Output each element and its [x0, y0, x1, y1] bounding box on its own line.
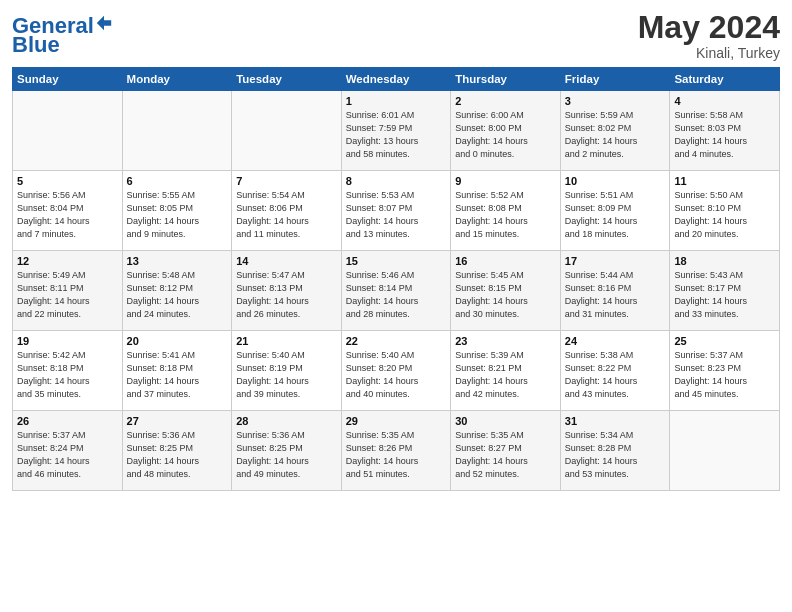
cell-content: Sunrise: 5:42 AMSunset: 8:18 PMDaylight:… — [17, 349, 118, 401]
calendar-cell: 25Sunrise: 5:37 AMSunset: 8:23 PMDayligh… — [670, 331, 780, 411]
calendar-table: SundayMondayTuesdayWednesdayThursdayFrid… — [12, 67, 780, 491]
calendar-cell — [232, 91, 342, 171]
calendar-cell: 16Sunrise: 5:45 AMSunset: 8:15 PMDayligh… — [451, 251, 561, 331]
day-number: 4 — [674, 95, 775, 107]
calendar-cell: 29Sunrise: 5:35 AMSunset: 8:26 PMDayligh… — [341, 411, 451, 491]
day-header-sunday: Sunday — [13, 68, 123, 91]
calendar-cell: 24Sunrise: 5:38 AMSunset: 8:22 PMDayligh… — [560, 331, 670, 411]
cell-content: Sunrise: 5:35 AMSunset: 8:26 PMDaylight:… — [346, 429, 447, 481]
calendar-cell: 19Sunrise: 5:42 AMSunset: 8:18 PMDayligh… — [13, 331, 123, 411]
day-header-thursday: Thursday — [451, 68, 561, 91]
day-number: 25 — [674, 335, 775, 347]
cell-content: Sunrise: 5:40 AMSunset: 8:19 PMDaylight:… — [236, 349, 337, 401]
week-row-3: 12Sunrise: 5:49 AMSunset: 8:11 PMDayligh… — [13, 251, 780, 331]
cell-content: Sunrise: 6:01 AMSunset: 7:59 PMDaylight:… — [346, 109, 447, 161]
cell-content: Sunrise: 5:59 AMSunset: 8:02 PMDaylight:… — [565, 109, 666, 161]
calendar-cell: 10Sunrise: 5:51 AMSunset: 8:09 PMDayligh… — [560, 171, 670, 251]
cell-content: Sunrise: 5:40 AMSunset: 8:20 PMDaylight:… — [346, 349, 447, 401]
cell-content: Sunrise: 5:41 AMSunset: 8:18 PMDaylight:… — [127, 349, 228, 401]
logo-arrow-icon — [95, 14, 113, 32]
day-number: 24 — [565, 335, 666, 347]
calendar-cell: 8Sunrise: 5:53 AMSunset: 8:07 PMDaylight… — [341, 171, 451, 251]
cell-content: Sunrise: 5:54 AMSunset: 8:06 PMDaylight:… — [236, 189, 337, 241]
day-number: 14 — [236, 255, 337, 267]
cell-content: Sunrise: 5:50 AMSunset: 8:10 PMDaylight:… — [674, 189, 775, 241]
calendar-cell: 17Sunrise: 5:44 AMSunset: 8:16 PMDayligh… — [560, 251, 670, 331]
day-number: 13 — [127, 255, 228, 267]
calendar-cell: 11Sunrise: 5:50 AMSunset: 8:10 PMDayligh… — [670, 171, 780, 251]
day-number: 17 — [565, 255, 666, 267]
day-number: 3 — [565, 95, 666, 107]
week-row-5: 26Sunrise: 5:37 AMSunset: 8:24 PMDayligh… — [13, 411, 780, 491]
cell-content: Sunrise: 5:58 AMSunset: 8:03 PMDaylight:… — [674, 109, 775, 161]
cell-content: Sunrise: 5:38 AMSunset: 8:22 PMDaylight:… — [565, 349, 666, 401]
header-row: SundayMondayTuesdayWednesdayThursdayFrid… — [13, 68, 780, 91]
calendar-cell — [13, 91, 123, 171]
cell-content: Sunrise: 5:48 AMSunset: 8:12 PMDaylight:… — [127, 269, 228, 321]
day-number: 7 — [236, 175, 337, 187]
calendar-cell: 1Sunrise: 6:01 AMSunset: 7:59 PMDaylight… — [341, 91, 451, 171]
day-number: 8 — [346, 175, 447, 187]
day-number: 19 — [17, 335, 118, 347]
logo-text2: Blue — [12, 32, 60, 57]
calendar-cell: 6Sunrise: 5:55 AMSunset: 8:05 PMDaylight… — [122, 171, 232, 251]
day-number: 27 — [127, 415, 228, 427]
week-row-4: 19Sunrise: 5:42 AMSunset: 8:18 PMDayligh… — [13, 331, 780, 411]
cell-content: Sunrise: 5:44 AMSunset: 8:16 PMDaylight:… — [565, 269, 666, 321]
title-block: May 2024 Kinali, Turkey — [638, 10, 780, 61]
cell-content: Sunrise: 5:55 AMSunset: 8:05 PMDaylight:… — [127, 189, 228, 241]
calendar-cell: 14Sunrise: 5:47 AMSunset: 8:13 PMDayligh… — [232, 251, 342, 331]
day-number: 5 — [17, 175, 118, 187]
day-header-monday: Monday — [122, 68, 232, 91]
day-header-friday: Friday — [560, 68, 670, 91]
day-number: 23 — [455, 335, 556, 347]
calendar-cell: 27Sunrise: 5:36 AMSunset: 8:25 PMDayligh… — [122, 411, 232, 491]
day-number: 22 — [346, 335, 447, 347]
calendar-cell: 30Sunrise: 5:35 AMSunset: 8:27 PMDayligh… — [451, 411, 561, 491]
cell-content: Sunrise: 5:36 AMSunset: 8:25 PMDaylight:… — [236, 429, 337, 481]
cell-content: Sunrise: 5:53 AMSunset: 8:07 PMDaylight:… — [346, 189, 447, 241]
day-number: 28 — [236, 415, 337, 427]
svg-marker-0 — [97, 16, 111, 30]
day-number: 10 — [565, 175, 666, 187]
day-number: 9 — [455, 175, 556, 187]
cell-content: Sunrise: 5:47 AMSunset: 8:13 PMDaylight:… — [236, 269, 337, 321]
day-number: 12 — [17, 255, 118, 267]
calendar-cell: 23Sunrise: 5:39 AMSunset: 8:21 PMDayligh… — [451, 331, 561, 411]
cell-content: Sunrise: 5:34 AMSunset: 8:28 PMDaylight:… — [565, 429, 666, 481]
month-title: May 2024 — [638, 10, 780, 45]
cell-content: Sunrise: 5:43 AMSunset: 8:17 PMDaylight:… — [674, 269, 775, 321]
calendar-cell — [670, 411, 780, 491]
cell-content: Sunrise: 5:52 AMSunset: 8:08 PMDaylight:… — [455, 189, 556, 241]
day-number: 11 — [674, 175, 775, 187]
day-number: 6 — [127, 175, 228, 187]
cell-content: Sunrise: 5:39 AMSunset: 8:21 PMDaylight:… — [455, 349, 556, 401]
cell-content: Sunrise: 5:36 AMSunset: 8:25 PMDaylight:… — [127, 429, 228, 481]
day-number: 26 — [17, 415, 118, 427]
day-number: 1 — [346, 95, 447, 107]
day-number: 30 — [455, 415, 556, 427]
calendar-cell: 2Sunrise: 6:00 AMSunset: 8:00 PMDaylight… — [451, 91, 561, 171]
calendar-cell: 5Sunrise: 5:56 AMSunset: 8:04 PMDaylight… — [13, 171, 123, 251]
day-number: 20 — [127, 335, 228, 347]
location: Kinali, Turkey — [638, 45, 780, 61]
calendar-cell: 21Sunrise: 5:40 AMSunset: 8:19 PMDayligh… — [232, 331, 342, 411]
calendar-cell: 7Sunrise: 5:54 AMSunset: 8:06 PMDaylight… — [232, 171, 342, 251]
cell-content: Sunrise: 5:37 AMSunset: 8:24 PMDaylight:… — [17, 429, 118, 481]
day-number: 2 — [455, 95, 556, 107]
cell-content: Sunrise: 5:51 AMSunset: 8:09 PMDaylight:… — [565, 189, 666, 241]
logo: General Blue — [12, 14, 113, 56]
calendar-cell: 13Sunrise: 5:48 AMSunset: 8:12 PMDayligh… — [122, 251, 232, 331]
week-row-1: 1Sunrise: 6:01 AMSunset: 7:59 PMDaylight… — [13, 91, 780, 171]
day-number: 31 — [565, 415, 666, 427]
calendar-cell: 15Sunrise: 5:46 AMSunset: 8:14 PMDayligh… — [341, 251, 451, 331]
day-header-saturday: Saturday — [670, 68, 780, 91]
calendar-cell: 9Sunrise: 5:52 AMSunset: 8:08 PMDaylight… — [451, 171, 561, 251]
calendar-cell: 22Sunrise: 5:40 AMSunset: 8:20 PMDayligh… — [341, 331, 451, 411]
cell-content: Sunrise: 5:49 AMSunset: 8:11 PMDaylight:… — [17, 269, 118, 321]
day-number: 15 — [346, 255, 447, 267]
day-number: 16 — [455, 255, 556, 267]
calendar-cell: 3Sunrise: 5:59 AMSunset: 8:02 PMDaylight… — [560, 91, 670, 171]
calendar-cell: 31Sunrise: 5:34 AMSunset: 8:28 PMDayligh… — [560, 411, 670, 491]
day-header-tuesday: Tuesday — [232, 68, 342, 91]
